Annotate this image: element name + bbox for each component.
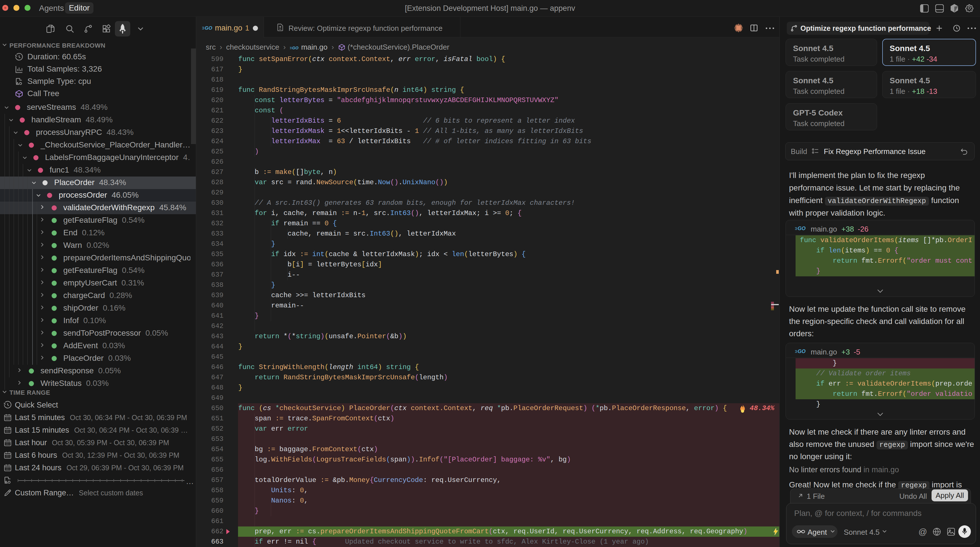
svg-text:GO: GO [205,26,212,31]
svg-text:GO: GO [797,349,805,354]
svg-text:GO: GO [292,46,298,50]
svg-text:GO: GO [797,226,805,231]
